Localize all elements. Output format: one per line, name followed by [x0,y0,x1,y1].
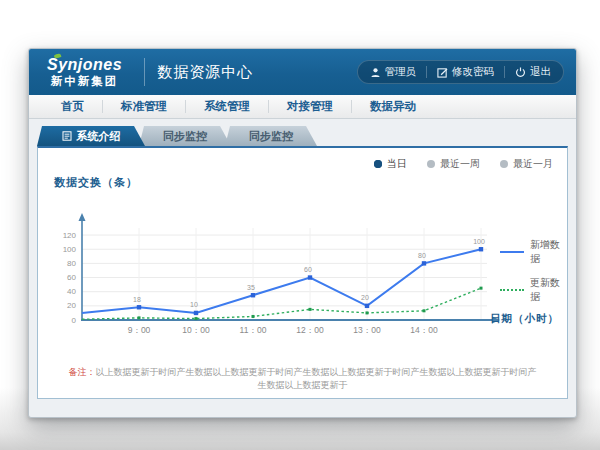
nav-item-system-mgmt[interactable]: 系统管理 [186,95,268,118]
svg-text:20: 20 [361,294,369,301]
radio-label: 最近一周 [440,157,480,171]
svg-text:80: 80 [67,259,76,268]
svg-text:10：00: 10：00 [182,325,210,335]
legend-label: 更新数据 [530,276,567,304]
radio-today[interactable]: 当日 [374,157,407,171]
exchange-line-chart: 0204060801001209：0010：0011：0012：0013：001… [52,192,502,347]
y-axis-title: 数据交换（条） [54,175,567,190]
brand-logo: Synjones 新中新集团 [41,57,132,88]
radio-label: 最近一月 [513,157,553,171]
title-bar: Synjones 新中新集团 数据资源中心 管理员 [29,49,576,95]
svg-text:60: 60 [304,266,312,273]
change-password-button[interactable]: 修改密码 [437,65,494,79]
app-window: Synjones 新中新集团 数据资源中心 管理员 [28,48,577,418]
svg-text:80: 80 [418,252,426,259]
footnote-prefix: 备注： [69,367,96,377]
tab-strip: 系统介绍 同步监控 同步监控 [37,126,576,146]
brand-subtitle: 新中新集团 [51,75,119,87]
radio-dot-icon [427,160,435,168]
dotted-line-swatch [500,289,524,291]
legend-label: 新增数据 [530,238,567,266]
user-name: 管理员 [385,65,417,79]
radio-dot-icon [374,160,382,168]
logout-button[interactable]: 退出 [515,65,551,79]
edit-icon [437,67,448,78]
svg-text:18: 18 [133,296,141,303]
svg-text:13：00: 13：00 [353,325,381,335]
svg-text:60: 60 [67,273,76,282]
time-range-filter: 当日 最近一周 最近一月 [374,157,553,171]
desktop-background: Synjones 新中新集团 数据资源中心 管理员 [0,0,600,450]
legend-item-new-data: 新增数据 [500,238,567,266]
svg-text:100: 100 [473,238,485,245]
content-area: 系统介绍 同步监控 同步监控 当日 最近一周 [29,119,576,418]
user-toolbar: 管理员 修改密码 退出 [357,60,565,84]
svg-text:40: 40 [67,287,76,296]
user-menu[interactable]: 管理员 [370,65,417,79]
svg-text:100: 100 [63,245,77,254]
radio-dot-icon [500,160,508,168]
pill-divider [426,66,427,78]
nav-item-interface-mgmt[interactable]: 对接管理 [269,95,351,118]
nav-item-data-change[interactable]: 数据异动 [352,95,434,118]
footnote-text: 以上数据更新于时间产生数据以上数据更新于时间产生数据以上数据更新于时间产生数据以… [96,367,537,390]
nav-item-home[interactable]: 首页 [43,95,102,118]
svg-text:0: 0 [72,316,77,325]
power-icon [515,67,526,78]
chart-panel: 当日 最近一周 最近一月 数据交换（条） 0204060801001209：00… [37,146,568,399]
tab-sync-monitor-2[interactable]: 同步监控 [225,126,317,146]
header-divider [144,58,145,86]
pill-divider [504,66,505,78]
legend-item-updated-data: 更新数据 [500,276,567,304]
svg-text:14：00: 14：00 [410,325,438,335]
chart-legend: 新增数据 更新数据 [500,238,567,304]
brand-name: Synjones [47,57,122,74]
svg-text:9：00: 9：00 [128,325,151,335]
chart-area: 0204060801001209：0010：0011：0012：0013：001… [38,192,567,352]
radio-last-week[interactable]: 最近一周 [427,157,480,171]
page-title: 数据资源中心 [157,63,253,82]
main-nav: 首页 标准管理 系统管理 对接管理 数据异动 [29,95,576,119]
footnote: 备注：以上数据更新于时间产生数据以上数据更新于时间产生数据以上数据更新于时间产生… [38,366,567,391]
change-password-label: 修改密码 [452,65,494,79]
tab-label: 同步监控 [163,129,207,144]
tab-label: 同步监控 [249,129,293,144]
x-axis-title: 日期（小时） [490,312,559,326]
svg-text:10: 10 [190,301,198,308]
solid-line-swatch [500,251,524,253]
svg-text:20: 20 [67,301,76,310]
user-icon [370,67,381,78]
svg-text:12：00: 12：00 [296,325,324,335]
document-icon [62,131,72,141]
radio-label: 当日 [387,157,407,171]
svg-text:120: 120 [63,231,77,240]
logout-label: 退出 [530,65,551,79]
nav-item-standard-mgmt[interactable]: 标准管理 [103,95,185,118]
svg-text:35: 35 [247,284,255,291]
tab-sync-monitor-1[interactable]: 同步监控 [139,126,231,146]
tab-system-intro[interactable]: 系统介绍 [37,126,145,146]
tab-label: 系统介绍 [77,129,121,144]
radio-last-month[interactable]: 最近一月 [500,157,553,171]
svg-text:11：00: 11：00 [240,325,267,335]
